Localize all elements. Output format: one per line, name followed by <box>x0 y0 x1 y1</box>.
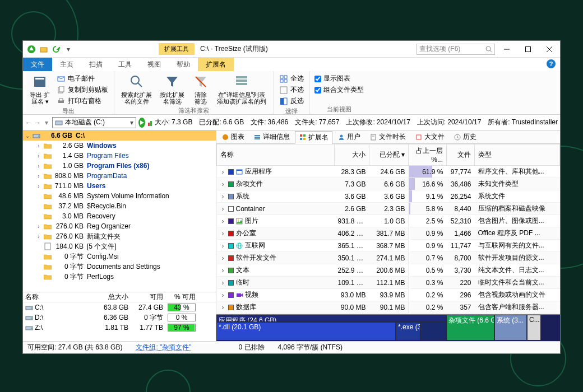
tree-item[interactable]: 48.6 MBSystem Volume Information <box>23 191 216 201</box>
status-free-space: 可用空间: 27.4 GB (共 63.8 GB) <box>27 343 122 352</box>
tab-help[interactable]: 帮助 <box>169 58 198 71</box>
treemap-block[interactable]: 应用程序 (24.6 GB) <box>216 315 446 322</box>
qat-refresh-icon[interactable] <box>51 44 61 54</box>
nav-back-button[interactable]: ← <box>25 118 32 128</box>
grid-row[interactable]: ›软件开发文件350.1 MB274.1 MB0.7 %8,700软件开发项目的… <box>217 252 560 264</box>
clear-filter-button[interactable]: 清除 筛选 <box>190 72 211 106</box>
tree-item[interactable]: 0 字节PerfLogs <box>23 272 216 282</box>
invert-selection-button[interactable]: 反选 <box>278 96 305 106</box>
nav-forward-button[interactable]: → <box>34 118 41 128</box>
svg-rect-9 <box>35 78 44 80</box>
group-file-types-checkbox[interactable]: 组合文件类型 <box>314 85 364 95</box>
print-right-pane-button[interactable]: 打印右窗格 <box>55 96 109 106</box>
view-tab[interactable]: 详细信息 <box>249 130 294 143</box>
grid-row[interactable]: ›Container2.6 GB2.3 GB5.8 %8,440压缩的档案和磁盘… <box>217 203 560 215</box>
tree-item[interactable]: ›276.0 KBReg Organizer <box>23 221 216 231</box>
maximize-button[interactable] <box>519 41 538 57</box>
tree-item[interactable]: 184.0 KB[5 个文件] <box>23 241 216 251</box>
treemap-block[interactable]: *.dll (20.1 GB) <box>216 322 396 340</box>
drive-row[interactable]: C:\63.8 GB27.4 GB43 % <box>23 302 216 312</box>
add-details-column-button[interactable]: 在"详细信息"列表 添加该扩展名的列 <box>215 72 269 106</box>
copy-clipboard-button[interactable]: 复制到剪贴板 <box>55 85 109 95</box>
view-tabs: 图表详细信息扩展名用户文件时长大文件历史 <box>216 130 560 144</box>
titlebar: ▾ 扩展工具 C:\ - TreeSize (试用版) 查找选项 (F6) <box>23 41 560 58</box>
svg-point-15 <box>131 76 139 84</box>
tree-root[interactable]: ⌄6.6 GBC:\ <box>23 130 216 141</box>
tab-home[interactable]: 主页 <box>52 58 81 71</box>
svg-rect-52 <box>417 135 421 139</box>
treemap-block[interactable]: C... <box>527 315 541 340</box>
scan-button[interactable] <box>138 118 145 128</box>
view-tab[interactable]: 历史 <box>450 130 480 143</box>
view-tab[interactable]: 大文件 <box>411 130 448 143</box>
tree-item[interactable]: ›276.0 KB新建文件夹 <box>23 231 216 241</box>
svg-point-41 <box>223 134 228 140</box>
svg-rect-24 <box>284 80 287 82</box>
svg-rect-43 <box>255 137 260 138</box>
help-icon[interactable]: ? <box>547 59 556 68</box>
size-icon <box>147 119 152 127</box>
tree-item[interactable]: 37.2 MB$Recycle.Bin <box>23 201 216 211</box>
tree-item[interactable]: ›1.0 GBProgram Files (x86) <box>23 161 216 171</box>
treemap-block[interactable]: 系统 (3... <box>494 315 527 340</box>
status-filegroup-link[interactable]: 文件组: "杂项文件" <box>136 343 191 352</box>
grid-row[interactable]: ›视频93.0 MB93.9 MB0.2 %296包含视频或动画的文件 <box>217 289 560 301</box>
select-none-button[interactable]: 不选 <box>278 85 305 95</box>
show-chart-checkbox[interactable]: 显示图表 <box>314 73 364 84</box>
drive-row[interactable]: D:\6.36 GB0 字节0 % <box>23 312 216 323</box>
filter-by-ext-button[interactable]: 按此扩展 名筛选 <box>158 72 187 106</box>
treemap-block[interactable]: *.exe (3... <box>396 322 420 340</box>
grid-row[interactable]: ›数据库90.0 MB90.1 MB0.2 %357包含客户端和服务器... <box>217 301 560 314</box>
svg-point-36 <box>31 307 32 309</box>
qat-open-icon[interactable] <box>39 44 49 54</box>
nav-history-button[interactable]: ▾ <box>43 118 50 128</box>
tree-item[interactable]: 0 字节Documents and Settings <box>23 262 216 272</box>
grid-row[interactable]: ›系统3.6 GB3.6 GB9.1 %26,254系统文件 <box>217 190 560 203</box>
tab-scan[interactable]: 扫描 <box>81 58 110 71</box>
svg-rect-18 <box>236 76 247 78</box>
treemap-chart[interactable]: 应用程序 (24.6 GB)*.dll (20.1 GB)*.exe (3...… <box>216 314 560 341</box>
drive-row[interactable]: Z:\1.81 TB1.77 TB97 % <box>23 323 216 333</box>
treemap-block[interactable] <box>420 322 446 340</box>
qat-dropdown-icon[interactable]: ▾ <box>63 44 73 54</box>
search-this-ext-button[interactable]: 搜索此扩展 名的文件 <box>119 72 154 106</box>
view-tab[interactable]: 扩展名 <box>295 131 332 144</box>
treemap-block[interactable]: 杂项文件 (6.6 GB) <box>446 315 494 340</box>
directory-tree[interactable]: ⌄6.6 GBC:\›2.6 GBWindows›1.4 GBProgram F… <box>23 130 216 292</box>
view-tab[interactable]: 图表 <box>218 130 248 143</box>
extensions-grid[interactable]: 名称 大小 已分配 ▾ 占上一层 %... 文件 类型 ›应用程序28.3 GB… <box>216 144 560 314</box>
email-button[interactable]: 电子邮件 <box>55 73 109 84</box>
tree-item[interactable]: 3.0 MBRecovery <box>23 211 216 221</box>
grid-row[interactable]: ›图片931.8 MB1.0 GB2.5 %52,310包含图片、图像或图... <box>217 215 560 227</box>
tab-extensions[interactable]: 扩展名 <box>198 58 234 71</box>
tab-file[interactable]: 文件 <box>23 58 52 71</box>
grid-row[interactable]: ›临时109.1 MB112.1 MB0.3 %220临时文件和会当前文... <box>217 277 560 289</box>
grid-row[interactable]: ›办公室406.2 MB381.7 MB0.9 %1,466Office 程序及… <box>217 227 560 240</box>
close-button[interactable] <box>540 41 559 57</box>
path-combobox[interactable]: 本地磁盘 (C:) ▾ <box>52 117 136 128</box>
grid-row[interactable]: ›杂项文件7.3 GB6.6 GB16.6 %36,486未知文件类型 <box>217 178 560 190</box>
tree-item[interactable]: ›2.6 GBWindows <box>23 141 216 151</box>
tab-tools[interactable]: 工具 <box>110 58 140 71</box>
grid-header-row[interactable]: 名称 大小 已分配 ▾ 占上一层 %... 文件 类型 <box>217 144 560 166</box>
grid-row[interactable]: ›应用程序28.3 GB24.6 GB61.9 %97,774程序文件、库和其他… <box>217 166 560 178</box>
tree-item[interactable]: ›1.4 GBProgram Files <box>23 151 216 161</box>
svg-rect-27 <box>284 98 287 105</box>
grid-row[interactable]: ›文本252.9 MB200.6 MB0.5 %3,730纯文本文件、日志文..… <box>217 264 560 277</box>
view-tab[interactable]: 用户 <box>334 130 364 143</box>
view-tab[interactable]: 文件时长 <box>365 130 410 143</box>
grid-row[interactable]: ›互联网365.1 MB368.7 MB0.9 %11,747与互联网有关的文件… <box>217 240 560 252</box>
tree-item[interactable]: ›808.0 MBProgramData <box>23 171 216 181</box>
options-search-input[interactable]: 查找选项 (F6) <box>417 44 495 55</box>
select-all-button[interactable]: 全选 <box>278 73 305 84</box>
tree-item[interactable]: ›711.0 MBUsers <box>23 181 216 191</box>
svg-rect-44 <box>255 138 260 139</box>
export-extensions-button[interactable]: 导出 扩 展名 ▾ <box>27 72 52 106</box>
app-window: ▾ 扩展工具 C:\ - TreeSize (试用版) 查找选项 (F6) 文件… <box>22 40 561 354</box>
tree-item[interactable]: 0 字节Config.Msi <box>23 251 216 262</box>
svg-point-38 <box>31 318 32 319</box>
tab-view[interactable]: 视图 <box>140 58 169 71</box>
minimize-button[interactable] <box>497 41 516 57</box>
svg-rect-28 <box>55 121 62 125</box>
svg-rect-19 <box>236 80 247 82</box>
